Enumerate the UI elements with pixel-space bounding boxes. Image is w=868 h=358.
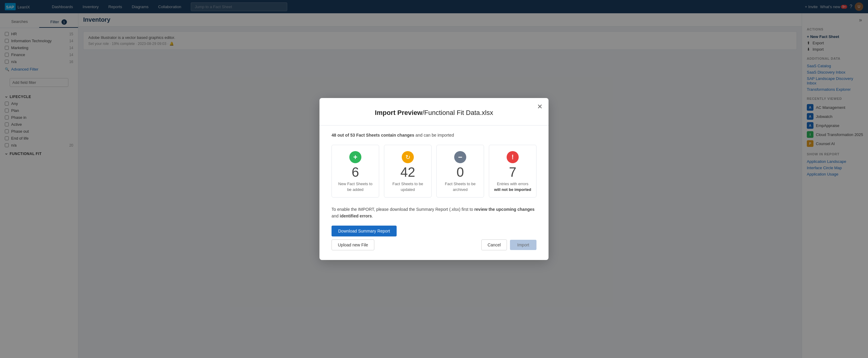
- stat-new-fact-sheets: + 6 New Fact Sheets tobe added: [332, 145, 379, 197]
- modal-footer: Download Summary Report Upload new File …: [332, 226, 536, 250]
- modal-title: Import Preview/Functional Fit Data.xlsx: [332, 109, 536, 117]
- stat-updated: ↻ 42 Fact Sheets to beupdated: [384, 145, 432, 197]
- stat-label-archived: Fact Sheets to bearchived: [445, 181, 475, 192]
- stat-label-errors: Entries with errorswill not be imported: [494, 181, 531, 192]
- cancel-button[interactable]: Cancel: [481, 239, 507, 250]
- stat-number-new: 6: [352, 166, 359, 179]
- stat-icon-new: +: [349, 151, 361, 163]
- modal-overlay: ✕ Import Preview/Functional Fit Data.xls…: [0, 0, 868, 358]
- modal-footer-right: Cancel Import: [481, 239, 536, 250]
- stat-icon-archived: −: [454, 151, 466, 163]
- modal-actions-left: Download Summary Report Upload new File: [332, 226, 397, 250]
- modal-divider: [319, 125, 549, 125]
- stat-icon-updated: ↻: [402, 151, 414, 163]
- stat-archived: − 0 Fact Sheets to bearchived: [436, 145, 484, 197]
- import-button[interactable]: Import: [510, 240, 536, 250]
- stat-number-errors: 7: [509, 166, 516, 179]
- upload-file-button[interactable]: Upload new File: [332, 239, 374, 250]
- stat-number-updated: 42: [401, 166, 415, 179]
- stats-row: + 6 New Fact Sheets tobe added ↻ 42 Fact…: [332, 145, 536, 197]
- download-summary-button[interactable]: Download Summary Report: [332, 226, 397, 236]
- modal-info-text: To enable the IMPORT, please download th…: [332, 206, 536, 219]
- modal-summary-text: 48 out of 53 Fact Sheets contain changes…: [332, 133, 536, 138]
- import-preview-modal: ✕ Import Preview/Functional Fit Data.xls…: [319, 98, 549, 260]
- modal-close-button[interactable]: ✕: [537, 103, 542, 110]
- stat-icon-errors: !: [507, 151, 519, 163]
- stat-errors: ! 7 Entries with errorswill not be impor…: [489, 145, 536, 197]
- stat-label-new: New Fact Sheets tobe added: [338, 181, 372, 192]
- stat-label-updated: Fact Sheets to beupdated: [393, 181, 423, 192]
- stat-number-archived: 0: [457, 166, 464, 179]
